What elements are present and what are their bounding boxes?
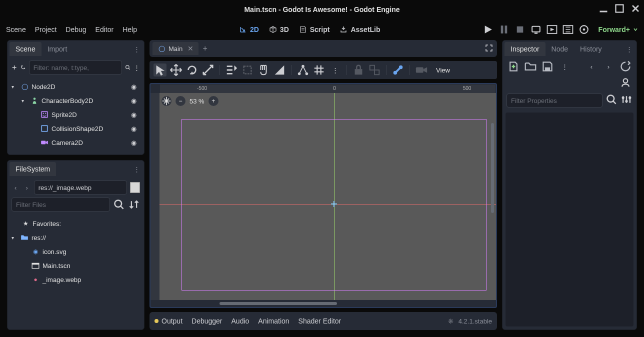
stop-button[interactable] xyxy=(514,24,526,35)
scene-tab-main[interactable]: ◯ Main ✕ xyxy=(152,42,198,55)
fs-root[interactable]: ▾ res:// xyxy=(8,230,144,244)
version-label[interactable]: 4.2.1.stable xyxy=(458,318,492,325)
tab-scene[interactable]: Scene xyxy=(10,42,42,56)
inspector-filter-input[interactable] xyxy=(506,94,602,108)
resource-extra-icon[interactable]: ⋮ xyxy=(558,60,570,72)
bottom-tab-shader-editor[interactable]: Shader Editor xyxy=(298,317,342,325)
tab-history[interactable]: History xyxy=(574,42,608,56)
new-resource-icon[interactable] xyxy=(508,60,520,72)
tab-inspector[interactable]: Inspector xyxy=(504,42,546,56)
fs-favorites[interactable]: ★ Favorites: xyxy=(8,216,144,230)
window-minimize-button[interactable] xyxy=(599,4,608,13)
inspector-filter-search-icon[interactable] xyxy=(606,94,618,106)
override-camera-icon[interactable] xyxy=(415,64,428,76)
manage-object-icon[interactable] xyxy=(620,76,632,88)
collapse-icon[interactable]: ▾ xyxy=(22,98,28,104)
tab-filesystem[interactable]: FileSystem xyxy=(10,162,56,176)
filesystem-panel-menu-icon[interactable]: ⋮ xyxy=(134,166,140,173)
save-resource-icon[interactable] xyxy=(542,60,554,72)
lock-node-icon[interactable] xyxy=(352,64,365,76)
ruler-tool-icon[interactable] xyxy=(273,64,286,76)
workspace-assetlib[interactable]: AssetLib xyxy=(340,26,380,34)
load-resource-icon[interactable] xyxy=(524,60,536,72)
scene-more-icon[interactable]: ⋮ xyxy=(134,62,140,74)
fs-sort-icon[interactable] xyxy=(128,198,140,210)
visibility-icon[interactable]: ◉ xyxy=(131,139,140,146)
play-custom-scene-button[interactable] xyxy=(562,24,574,35)
scene-node-camera2d[interactable]: ▾ Camera2D ◉ xyxy=(8,136,144,150)
instance-scene-button[interactable] xyxy=(20,62,26,74)
visibility-icon[interactable]: ◉ xyxy=(131,83,140,90)
workspace-3d[interactable]: 3D xyxy=(269,26,289,34)
select-tool-icon[interactable] xyxy=(154,64,166,76)
fs-item-main-tscn[interactable]: Main.tscn xyxy=(8,258,144,272)
menu-editor[interactable]: Editor xyxy=(96,26,114,34)
menu-project[interactable]: Project xyxy=(35,26,57,34)
inspector-settings-icon[interactable] xyxy=(620,94,632,106)
distraction-free-icon[interactable] xyxy=(485,44,493,54)
window-close-button[interactable] xyxy=(631,4,640,13)
collapse-icon[interactable]: ▾ xyxy=(12,235,18,240)
pan-tool-icon[interactable] xyxy=(257,64,270,76)
bone-tool-icon[interactable] xyxy=(392,64,404,76)
bottom-tab-audio[interactable]: Audio xyxy=(232,317,250,325)
add-tab-button[interactable]: + xyxy=(198,44,212,53)
workspace-script[interactable]: Script xyxy=(299,26,330,34)
history-forward-icon[interactable]: › xyxy=(602,60,614,72)
view-menu[interactable]: View xyxy=(431,64,455,76)
fs-item-image-webp[interactable]: ● _image.webp xyxy=(8,272,144,286)
visibility-icon[interactable]: ◉ xyxy=(131,125,140,132)
tab-node[interactable]: Node xyxy=(546,42,574,56)
fs-path-input[interactable] xyxy=(34,180,127,194)
zoom-out-icon[interactable]: − xyxy=(176,96,186,106)
scene-node-sprite2d[interactable]: ▾ Sprite2D ◉ xyxy=(8,108,144,122)
zoom-in-icon[interactable]: + xyxy=(208,96,218,106)
renderer-select[interactable]: Forward+ xyxy=(598,26,638,34)
play-button[interactable] xyxy=(482,24,494,35)
zoom-level-label[interactable]: 53 % xyxy=(190,98,204,105)
fs-history-back-button[interactable]: ‹ xyxy=(12,182,20,194)
history-back-icon[interactable]: ‹ xyxy=(586,60,598,72)
bottom-tab-debugger[interactable]: Debugger xyxy=(192,317,222,325)
canvas-area[interactable] xyxy=(160,93,496,300)
scene-filter-search-icon[interactable] xyxy=(125,62,130,74)
scene-node-node2d[interactable]: ▾ ◯ Node2D ◉ xyxy=(8,80,144,94)
group-node-icon[interactable] xyxy=(368,64,381,76)
history-menu-icon[interactable] xyxy=(620,60,632,72)
fs-history-forward-button[interactable]: › xyxy=(22,182,30,194)
snap-toggle-icon[interactable] xyxy=(296,64,310,76)
menu-scene[interactable]: Scene xyxy=(6,26,26,34)
inspector-panel-menu-icon[interactable]: ⋮ xyxy=(626,46,632,53)
scene-panel-menu-icon[interactable]: ⋮ xyxy=(134,46,140,53)
scene-node-characterbody2d[interactable]: ▾ CharacterBody2D ◉ xyxy=(8,94,144,108)
workspace-2d[interactable]: 2D xyxy=(239,26,259,34)
fs-filter-search-icon[interactable] xyxy=(113,198,125,210)
run-remote-button[interactable] xyxy=(530,24,542,35)
scene-filter-input[interactable] xyxy=(29,60,122,74)
collapse-icon[interactable]: ▾ xyxy=(12,84,18,90)
fs-filter-input[interactable] xyxy=(12,198,110,212)
visibility-icon[interactable]: ◉ xyxy=(131,111,140,118)
scale-tool-icon[interactable] xyxy=(202,64,214,76)
close-tab-icon[interactable]: ✕ xyxy=(188,44,194,52)
horizontal-scrollbar[interactable] xyxy=(160,301,496,306)
window-maximize-button[interactable] xyxy=(615,4,624,13)
snap-options-icon[interactable]: ⋮ xyxy=(328,64,342,76)
pause-button[interactable] xyxy=(498,24,510,35)
bottom-tab-output[interactable]: Output xyxy=(154,317,182,325)
update-spinner-icon[interactable]: ❋ xyxy=(448,318,454,325)
lock-selection-icon[interactable] xyxy=(241,64,254,76)
tab-import[interactable]: Import xyxy=(42,42,74,56)
bottom-tab-animation[interactable]: Animation xyxy=(258,317,289,325)
list-select-icon[interactable] xyxy=(225,64,238,76)
visibility-icon[interactable]: ◉ xyxy=(131,97,140,104)
scene-node-collisionshape2d[interactable]: ▾ CollisionShape2D ◉ xyxy=(8,122,144,136)
origin-gizmo[interactable] xyxy=(331,201,337,207)
play-scene-button[interactable] xyxy=(546,24,558,35)
add-node-button[interactable] xyxy=(12,62,17,74)
fs-item-icon-svg[interactable]: ◉ icon.svg xyxy=(8,244,144,258)
menu-debug[interactable]: Debug xyxy=(66,26,86,34)
zoom-reset-icon[interactable] xyxy=(162,96,172,106)
movie-maker-button[interactable] xyxy=(578,24,590,35)
move-tool-icon[interactable] xyxy=(170,64,182,76)
